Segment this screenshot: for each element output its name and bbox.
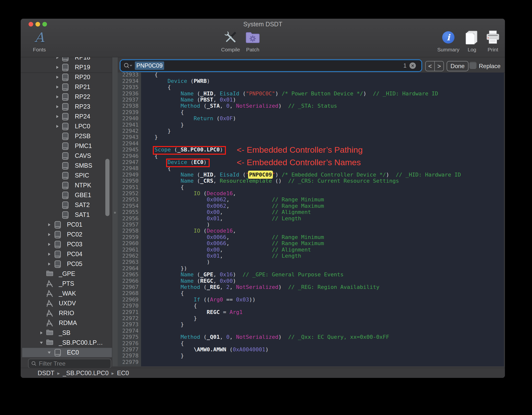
patch-button[interactable]: Patch: [235, 29, 270, 53]
breadcrumb-separator-icon: ▸: [57, 370, 60, 376]
tree-row-pc03[interactable]: PC03: [22, 240, 112, 249]
tree-row-gbe1[interactable]: GBE1: [22, 191, 112, 200]
disclosure-right-icon[interactable]: [55, 57, 60, 61]
divider-handle[interactable]: [114, 212, 116, 214]
disclosure-right-icon[interactable]: [47, 252, 51, 257]
tree-row-lpc0[interactable]: LPC0: [22, 122, 112, 131]
line-number: 22957: [118, 222, 139, 228]
line-number: 22972: [118, 315, 139, 321]
disclosure-right-icon[interactable]: [55, 124, 60, 130]
tree-row-sb[interactable]: _SB: [22, 328, 112, 338]
tree-row-rdma[interactable]: RDMA: [22, 318, 112, 328]
sidebar-scrollbar[interactable]: [105, 159, 110, 216]
fonts-button[interactable]: A Fonts: [22, 29, 57, 53]
tree-row-rp21[interactable]: RP21: [22, 82, 112, 92]
app-window: System DSDT A Fonts Compile P: [21, 19, 505, 378]
print-button[interactable]: Print: [476, 29, 505, 53]
tree-row-sat1[interactable]: SAT1: [22, 210, 112, 220]
tree-row-pts[interactable]: _PTS: [22, 279, 112, 288]
device-icon: [62, 152, 69, 161]
line-number: 22970: [118, 303, 139, 309]
tree-row-rp20[interactable]: RP20: [22, 73, 112, 82]
disclosure-right-icon[interactable]: [55, 95, 60, 100]
breadcrumb-scope[interactable]: _SB.PC00.LPC0: [63, 370, 109, 377]
disclosure-right-icon[interactable]: [47, 232, 51, 238]
line-number: 22946: [118, 153, 139, 159]
disclosure-right-icon[interactable]: [39, 331, 44, 336]
find-next-button[interactable]: >: [435, 61, 443, 71]
tree-row-pmc1[interactable]: PMC1: [22, 141, 112, 151]
line-number: 22975: [118, 334, 139, 340]
tree-row-rp24[interactable]: RP24: [22, 112, 112, 121]
tree-row-sbpc00lp[interactable]: _SB.PC00.LP…: [22, 338, 112, 347]
disclosure-down-icon[interactable]: [47, 350, 51, 356]
tree-row-smbs[interactable]: SMBS: [22, 161, 112, 170]
device-icon: [54, 260, 61, 269]
tree-row-label: P2SB: [75, 133, 91, 140]
tree-row-rp23[interactable]: RP23: [22, 102, 112, 111]
tree-row-ec0[interactable]: EC0: [22, 348, 112, 357]
search-icon[interactable]: [124, 62, 132, 69]
tree-row-rp18[interactable]: RP18: [22, 57, 112, 62]
annotation-names: <- Embedded Controller’s Names: [237, 158, 361, 167]
tree-row-ntpk[interactable]: NTPK: [22, 181, 112, 190]
line-number: 22964: [118, 265, 139, 271]
device-icon: [62, 211, 69, 220]
tree-row-p2sb[interactable]: P2SB: [22, 132, 112, 141]
search-input[interactable]: PNP0C09 1 ×: [121, 60, 421, 71]
find-navigation: < >: [425, 61, 444, 71]
line-number: 22978: [118, 353, 139, 359]
tree-row-sat2[interactable]: SAT2: [22, 200, 112, 210]
tree-row-label: RP23: [75, 103, 90, 110]
code-line-22952: IO (Decode16,: [141, 190, 236, 196]
tree-row-rp19[interactable]: RP19: [22, 63, 112, 72]
line-number: 22944: [118, 140, 139, 147]
tree-row-spic[interactable]: SPIC: [22, 171, 112, 180]
tree-row-rp22[interactable]: RP22: [22, 92, 112, 102]
disclosure-right-icon[interactable]: [47, 222, 51, 228]
tree-row-label: UXDV: [59, 300, 76, 307]
disclosure-right-icon[interactable]: [47, 262, 51, 267]
tree-row-pc02[interactable]: PC02: [22, 230, 112, 239]
line-number: 22933: [118, 73, 139, 78]
tree-row-label: RP19: [75, 64, 90, 71]
disclosure-down-icon[interactable]: [39, 341, 44, 346]
device-icon: [62, 201, 69, 210]
tree-row-gpe[interactable]: _GPE: [22, 269, 112, 279]
device-icon: [54, 221, 61, 230]
tree-row-uxdv[interactable]: UXDV: [22, 299, 112, 308]
disclosure-right-icon[interactable]: [47, 242, 51, 248]
tree-row-label: PC04: [67, 251, 82, 258]
disclosure-right-icon[interactable]: [55, 65, 60, 71]
tree-row-pc04[interactable]: PC04: [22, 250, 112, 259]
method-icon: [46, 310, 53, 318]
code-editor[interactable]: 2293322934229352293622937229382293922940…: [118, 73, 504, 366]
disclosure-right-icon[interactable]: [55, 75, 60, 80]
tree-row-wak[interactable]: _WAK: [22, 289, 112, 298]
summary-info-icon: i: [442, 31, 454, 44]
disclosure-right-icon[interactable]: [55, 104, 60, 110]
filter-tree-input[interactable]: Filter Tree: [28, 359, 111, 368]
done-button[interactable]: Done: [447, 61, 469, 71]
breadcrumb-dsdt[interactable]: DSDT: [38, 370, 54, 377]
line-number: 22941: [118, 122, 139, 128]
device-highlight-box: [166, 159, 210, 167]
line-number: 22965: [118, 271, 139, 278]
tree-row-label: PC05: [67, 260, 82, 267]
breadcrumb-device[interactable]: EC0: [117, 370, 129, 377]
tree-row-pc01[interactable]: PC01: [22, 220, 112, 229]
clear-search-icon[interactable]: ×: [409, 62, 416, 69]
device-icon: [62, 162, 69, 171]
tree-row-pc05[interactable]: PC05: [22, 259, 112, 269]
annotation-pathing: <- Embedded Controller’s Pathing: [237, 145, 363, 155]
tree-row-cavs[interactable]: CAVS: [22, 151, 112, 161]
line-number: 22952: [118, 190, 139, 196]
method-icon: [46, 280, 53, 288]
pane-divider[interactable]: [112, 57, 118, 366]
disclosure-right-icon[interactable]: [55, 114, 60, 120]
tree-row-rrio[interactable]: RRIO: [22, 309, 112, 318]
find-previous-button[interactable]: <: [426, 61, 435, 71]
disclosure-right-icon[interactable]: [55, 85, 60, 90]
line-number: 22943: [118, 134, 139, 140]
replace-checkbox[interactable]: [469, 62, 476, 69]
